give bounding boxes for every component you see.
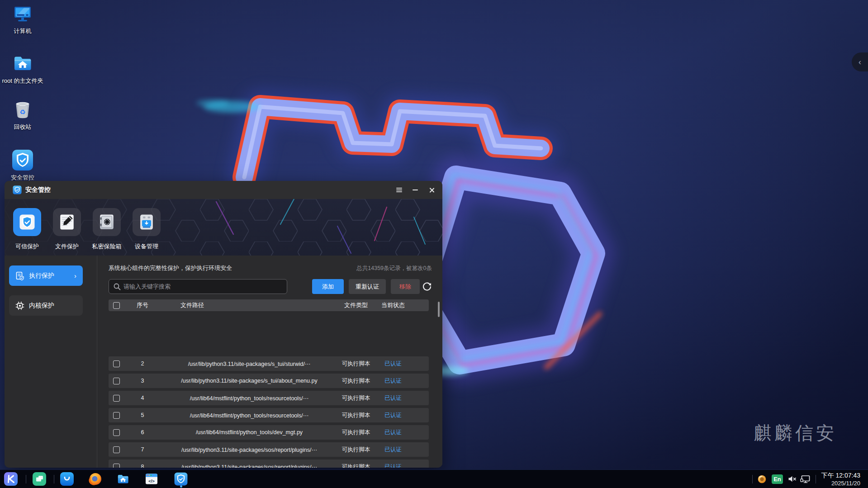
cell-path: /usr/lib/python3.11/site-packages/sos/re…: [158, 442, 340, 457]
checkbox-icon: [113, 360, 120, 367]
desktop-icon-label: 回收站: [1, 123, 44, 131]
sidebar-item-label: 内核保护: [29, 302, 54, 310]
cell-no: 7: [127, 442, 158, 457]
checkbox-icon: [113, 378, 120, 384]
desktop-icon-computer[interactable]: 计算机: [1, 4, 44, 35]
row-checkbox[interactable]: [113, 391, 127, 405]
volume-muted-button[interactable]: [787, 472, 797, 486]
table-row[interactable]: 3 /usr/lib/python3.11/site-packages/s_tu…: [109, 374, 429, 388]
row-checkbox[interactable]: [113, 356, 127, 371]
module-private-safe[interactable]: [93, 208, 121, 236]
cell-type: 可执行脚本: [340, 356, 372, 371]
table-row[interactable]: 6 /usr/lib64/mstflint/python_tools/dev_m…: [109, 425, 429, 440]
reauthenticate-button[interactable]: 重新认证: [349, 279, 386, 294]
cell-type: 可执行脚本: [340, 425, 372, 440]
desktop: 计算机 root 的主文件夹 ♻ 回收站 安全管控 ‹ 麒麟信安: [0, 0, 868, 488]
close-button[interactable]: [425, 184, 438, 196]
remove-button[interactable]: 移除: [391, 279, 420, 294]
table-scrollbar[interactable]: [438, 302, 440, 317]
minimize-icon: [413, 190, 418, 190]
security-center-button[interactable]: [174, 472, 188, 486]
table-row[interactable]: 4 /usr/lib64/mstflint/python_tools/resou…: [109, 391, 429, 405]
desktop-icon-label: 安全管控: [1, 174, 44, 181]
clock[interactable]: 下午 12:07:43 2025/11/20: [821, 471, 860, 487]
page-description: 系统核心组件的完整性保护，保护执行环境安全: [109, 264, 232, 272]
device-management-icon: [138, 213, 156, 231]
cell-type: 可执行脚本: [340, 374, 372, 388]
security-shield-icon: [12, 149, 33, 171]
row-checkbox[interactable]: [113, 460, 127, 468]
cell-status: 已认证: [372, 374, 414, 388]
side-panel-handle[interactable]: ‹: [852, 52, 868, 71]
recycle-bin-icon: ♻: [12, 99, 33, 120]
module-label: 文件保护: [47, 242, 87, 251]
desktop-icon-recycle-bin[interactable]: ♻ 回收站: [1, 99, 44, 131]
cell-type: 可执行脚本: [340, 460, 372, 468]
search-input[interactable]: [123, 280, 284, 294]
search-icon: [113, 283, 121, 291]
sidebar-item-execution-protection[interactable]: 执行保护 ›: [9, 265, 83, 286]
computer-icon: [12, 4, 33, 24]
select-all-checkbox[interactable]: [113, 299, 127, 311]
table-row[interactable]: 8 /usr/lib/python3.11/site-packages/sos/…: [109, 460, 429, 468]
close-icon: [429, 187, 435, 193]
network-button[interactable]: [800, 472, 811, 486]
tray-update-button[interactable]: [756, 472, 767, 486]
table-row[interactable]: 5 /usr/lib64/mstflint/python_tools/resou…: [109, 408, 429, 422]
refresh-button[interactable]: [422, 281, 432, 292]
file-manager-button[interactable]: [116, 472, 130, 486]
security-shield-icon: [174, 472, 188, 486]
row-checkbox[interactable]: [113, 408, 127, 422]
code-glyph: </>: [148, 479, 155, 483]
table-row[interactable]: 7 /usr/lib/python3.11/site-packages/sos/…: [109, 442, 429, 457]
task-view-button[interactable]: [33, 472, 46, 486]
table-row[interactable]: 2 /usr/lib/python3.11/site-packages/s_tu…: [109, 356, 429, 371]
refresh-icon: [422, 282, 432, 292]
firefox-icon: [89, 472, 102, 486]
row-checkbox[interactable]: [113, 442, 127, 457]
running-indicator-dot: [180, 485, 182, 488]
input-method-indicator[interactable]: En: [772, 474, 783, 484]
taskbar-separator: [752, 475, 753, 483]
cell-no: 3: [127, 374, 158, 388]
minimize-button[interactable]: [409, 184, 422, 196]
records-stats: 总共14359条记录，被篡改0条: [356, 265, 432, 272]
firefox-button[interactable]: [89, 472, 102, 486]
update-tray-icon: [757, 474, 767, 484]
header-type: 文件类型: [340, 299, 372, 311]
window-sidebar: 执行保护 › 内核保护: [5, 256, 97, 468]
row-checkbox[interactable]: [113, 374, 127, 388]
cell-path: /usr/lib/python3.11/site-packages/s_tui/…: [158, 356, 340, 371]
cell-path: /usr/lib/python3.11/site-packages/sos/re…: [158, 460, 340, 468]
execution-protection-icon: [15, 271, 24, 280]
svg-text:♻: ♻: [19, 108, 25, 116]
module-label: 私密保险箱: [87, 242, 127, 251]
module-trusted-protection[interactable]: [13, 208, 41, 236]
desktop-icon-security-control[interactable]: 安全管控: [1, 149, 44, 181]
module-device-management[interactable]: [133, 208, 161, 236]
window-controls: [393, 184, 438, 196]
code-editor-button[interactable]: </>: [145, 472, 158, 486]
add-button[interactable]: 添加: [312, 279, 344, 294]
checkbox-icon: [113, 395, 120, 402]
desktop-icon-label: root 的主文件夹: [1, 77, 44, 85]
cell-path: /usr/lib64/mstflint/python_tools/resourc…: [158, 391, 340, 405]
module-file-protection[interactable]: [53, 208, 81, 236]
desktop-icon-home-folder[interactable]: root 的主文件夹: [1, 52, 44, 85]
app-store-button[interactable]: [60, 472, 74, 486]
window-title: 安全管控: [25, 186, 51, 194]
clock-date: 2025/11/20: [821, 479, 860, 487]
menu-button[interactable]: [393, 184, 405, 196]
start-menu-button[interactable]: [4, 472, 18, 486]
checkbox-icon: [113, 302, 120, 309]
file-protection-icon: [58, 213, 76, 231]
task-view-icon: [33, 472, 46, 486]
clock-time: 下午 12:07:43: [821, 471, 860, 479]
header-status: 当前状态: [372, 299, 414, 311]
network-monitor-icon: [800, 474, 811, 484]
row-checkbox[interactable]: [113, 425, 127, 440]
sidebar-item-kernel-protection[interactable]: 内核保护: [9, 295, 83, 316]
cell-no: 2: [127, 356, 158, 371]
titlebar[interactable]: 安全管控: [5, 181, 442, 199]
module-label: 可信保护: [7, 242, 47, 251]
